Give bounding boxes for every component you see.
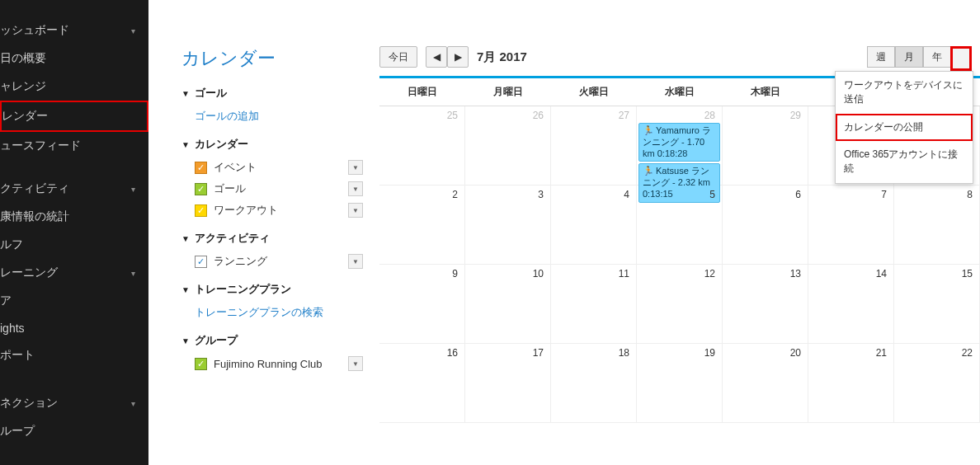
day-cell[interactable]: 19 [637,344,723,423]
section-group[interactable]: ▼グループ [181,333,363,348]
checkbox[interactable]: ✓ [195,204,207,217]
day-cell[interactable]: 5 [637,186,723,265]
today-button[interactable]: 今日 [379,46,417,68]
day-number: 10 [533,268,544,279]
day-cell[interactable]: 16 [379,344,465,423]
day-cell[interactable]: 18 [551,344,637,423]
sidebar-item[interactable]: ア [0,287,148,315]
add-goal-link[interactable]: ゴールの追加 [181,106,363,127]
calendar-header: 今日 ◀ ▶ 7月 2017 週 月 年 ワークアウトをデバイスに送信カレンダー… [379,46,980,68]
day-cell[interactable]: 20 [723,344,808,423]
checkbox[interactable]: ✓ [195,162,207,174]
section-activity[interactable]: ▼アクティビティ [181,231,363,246]
day-cell[interactable]: 10 [465,265,551,344]
day-cell[interactable]: 3 [465,186,551,265]
day-cell[interactable]: 11 [551,265,637,344]
day-cell[interactable]: 17 [465,344,551,423]
sidebar-item[interactable]: ュースフィード [0,132,148,160]
day-number: 29 [790,110,801,121]
day-cell[interactable]: 21 [808,344,894,423]
options-button[interactable] [950,46,972,71]
dropdown-item[interactable]: ワークアウトをデバイスに送信 [836,72,973,114]
view-week[interactable]: 週 [867,46,895,68]
sidebar-item[interactable]: 日の概要 [0,45,148,73]
day-header: 月曜日 [465,78,551,106]
day-number: 17 [533,347,544,359]
day-cell[interactable]: 7 [808,186,894,265]
calendar-event[interactable]: 🏃Yamamuro ランニング - 1.70 km 0:18:28 [638,123,720,162]
running-icon: 🏃 [643,125,654,137]
day-cell[interactable]: 26 [465,106,551,186]
day-number: 14 [876,268,887,279]
options-dropdown: ワークアウトをデバイスに送信カレンダーの公開Office 365アカウントに接続 [835,71,973,184]
calendar-sidebar: カレンダー ▼ゴール ゴールの追加 ▼カレンダー ✓イベント▼✓ゴール▼✓ワーク… [181,46,379,423]
filter-label: ワークアウト [214,203,348,218]
week-row: 2345678 [379,186,980,265]
day-cell[interactable]: 28🏃Yamamuro ランニング - 1.70 km 0:18:28🏃Kats… [637,106,723,186]
day-cell[interactable]: 15 [894,265,980,344]
day-cell[interactable]: 2 [379,186,465,265]
dropdown-item[interactable]: Office 365アカウントに接続 [836,141,973,183]
chevron-down-icon: ▾ [131,399,135,408]
sidebar-item[interactable]: ネクション▾ [0,389,148,417]
checkbox[interactable]: ✓ [195,256,207,268]
filter-label: イベント [214,160,348,175]
day-number: 2 [452,189,458,200]
sidebar-item[interactable]: 康情報の統計 [0,203,148,231]
day-cell[interactable]: 4 [551,186,637,265]
chevron-down-icon: ▾ [131,269,135,278]
day-cell[interactable]: 27 [551,106,637,186]
sidebar-item[interactable]: ルフ [0,231,148,259]
checkbox[interactable]: ✓ [195,183,207,195]
prev-button[interactable]: ◀ [426,46,447,68]
day-cell[interactable]: 13 [723,265,808,344]
sidebar-item[interactable]: レーニング▾ [0,259,148,287]
filter-dropdown[interactable]: ▼ [348,181,363,196]
section-training[interactable]: ▼トレーニングプラン [181,282,363,297]
sidebar-item[interactable]: ッシュボード▾ [0,16,148,45]
day-number: 11 [619,268,629,279]
day-cell[interactable]: 29 [723,106,808,186]
day-number: 7 [881,189,887,200]
filter-dropdown[interactable]: ▼ [348,356,363,371]
chevron-down-icon: ▾ [131,26,135,35]
sidebar: ッシュボード▾日の概要ャレンジレンダーュースフィード クティビティ▾康情報の統計… [0,0,148,465]
day-header: 火曜日 [551,78,637,106]
next-button[interactable]: ▶ [447,46,469,68]
week-row: 16171819202122 [379,344,980,423]
day-cell[interactable]: 14 [808,265,894,344]
filter-dropdown[interactable]: ▼ [348,160,363,175]
day-number: 8 [967,189,973,200]
day-number: 26 [533,110,544,121]
sidebar-item[interactable]: クティビティ▾ [0,175,148,203]
sidebar-item[interactable]: ループ [0,417,148,445]
filter-dropdown[interactable]: ▼ [348,203,363,218]
day-cell[interactable]: 6 [723,186,808,265]
sidebar-item[interactable]: レンダー [0,101,148,132]
view-month[interactable]: 月 [895,46,923,68]
day-number: 12 [704,268,715,279]
day-number: 27 [619,110,629,121]
day-cell[interactable]: 22 [894,344,980,423]
sidebar-item[interactable]: ights [0,315,148,341]
sidebar-item[interactable]: ポート [0,341,148,369]
chevron-down-icon: ▾ [131,185,135,194]
dropdown-item[interactable]: カレンダーの公開 [836,114,973,141]
filter-row: ✓Fujimino Running Club▼ [181,353,363,374]
day-cell[interactable]: 8 [894,186,980,265]
day-cell[interactable]: 9 [379,265,465,344]
search-training-link[interactable]: トレーニングプランの検索 [181,302,363,323]
section-goals[interactable]: ▼ゴール [181,86,363,101]
day-header: 日曜日 [379,78,465,106]
filter-row: ✓ワークアウト▼ [181,200,363,221]
day-number: 20 [790,347,801,359]
checkbox[interactable]: ✓ [195,358,207,370]
day-cell[interactable]: 25 [379,106,465,186]
section-calendar[interactable]: ▼カレンダー [181,137,363,152]
view-year[interactable]: 年 [923,46,951,68]
day-cell[interactable]: 12 [637,265,723,344]
day-number: 18 [619,347,629,359]
sidebar-item[interactable]: ャレンジ [0,73,148,101]
day-number: 16 [447,347,458,359]
filter-dropdown[interactable]: ▼ [348,254,363,269]
